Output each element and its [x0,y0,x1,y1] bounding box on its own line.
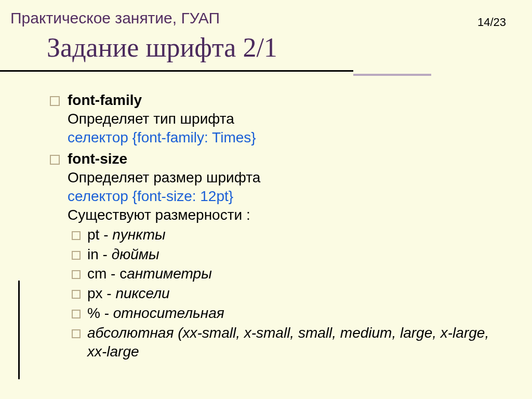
list-item: pt - пункты [87,225,501,244]
decorative-vertical-rule [18,281,20,379]
prop-example: селектор {font-family: Times} [68,128,501,147]
list-item: % - относительная [87,304,501,323]
slide-title: Задание шрифта 2/1 [47,32,501,63]
page-number: 14/23 [477,16,506,29]
title-rule [0,70,532,72]
prop-name: font-size [68,151,127,167]
unit-code: px [87,285,103,301]
list-item: cm - сантиметры [87,264,501,283]
unit-sep: - с [107,265,127,282]
list-item: px - пиксели [87,284,501,303]
bullet-list: font-family Определяет тип шрифта селект… [68,91,501,361]
list-item: font-size Определяет размер шрифта селек… [68,150,501,361]
prop-note: Существуют размерности : [68,206,501,224]
list-item: font-family Определяет тип шрифта селект… [68,91,501,147]
list-item: in - дюймы [87,245,501,264]
unit-label: пиксели [115,285,169,301]
unit-label: дюймы [112,246,159,262]
unit-code: % [87,305,100,321]
list-item: абсолютная (xx-small, x-small, small, me… [87,324,501,361]
unit-code: in [87,246,99,262]
header-label: Практическое занятие, ГУАП [10,9,501,27]
unit-label: антиметры [127,265,212,282]
prop-example: селектор {font-size: 12pt} [68,187,501,206]
unit-sep: - [100,305,113,321]
prop-name: font-family [68,92,142,108]
absolute-line: абсолютная (xx-small, x-small, small, me… [87,325,489,360]
unit-label: относительная [113,305,224,321]
units-list: pt - пункты in - дюймы cm - сантиметры p… [87,225,501,361]
unit-label: пункты [112,227,165,243]
unit-sep: - [103,285,116,301]
unit-sep: - [99,227,112,243]
prop-desc: Определяет тип шрифта [68,110,501,128]
unit-code: pt [87,227,99,243]
unit-code: cm [87,265,107,282]
prop-desc: Определяет размер шрифта [68,168,501,187]
unit-sep: - [99,246,112,262]
